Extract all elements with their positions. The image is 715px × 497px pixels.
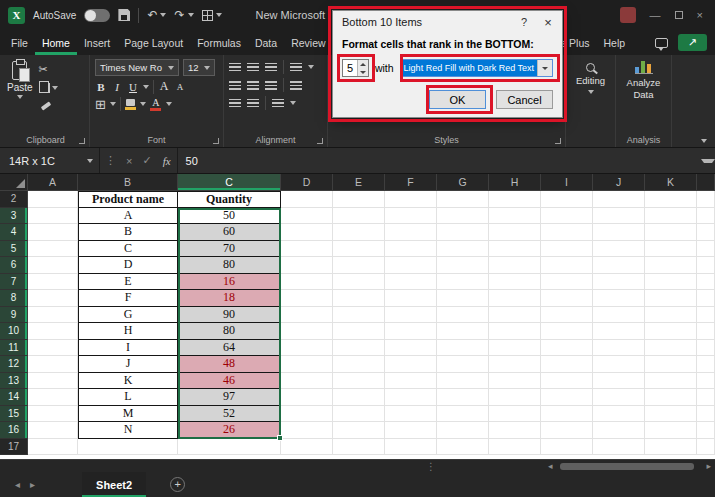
cell-E2[interactable] bbox=[333, 191, 385, 208]
cell-H11[interactable] bbox=[489, 340, 541, 357]
cell-A13[interactable] bbox=[28, 373, 78, 390]
cell-I7[interactable] bbox=[541, 274, 593, 291]
cell-H3[interactable] bbox=[489, 208, 541, 225]
autosave-toggle[interactable] bbox=[84, 9, 110, 22]
cell-F9[interactable] bbox=[385, 307, 437, 324]
redo-button[interactable]: ↷ bbox=[174, 9, 193, 21]
cell-G13[interactable] bbox=[437, 373, 489, 390]
cell-D3[interactable] bbox=[281, 208, 333, 225]
cell-H16[interactable] bbox=[489, 422, 541, 439]
cell-B16[interactable]: N bbox=[78, 422, 178, 439]
ok-button[interactable]: OK bbox=[429, 90, 486, 109]
font-name-combo[interactable]: Times New Ro bbox=[95, 59, 179, 76]
cell-I5[interactable] bbox=[541, 241, 593, 258]
cell-C11[interactable]: 64 bbox=[178, 340, 281, 357]
cell-B3[interactable]: A bbox=[78, 208, 178, 225]
align-left-icon[interactable] bbox=[229, 81, 241, 90]
cell-C17[interactable] bbox=[178, 439, 281, 456]
cell-K8[interactable] bbox=[645, 290, 697, 307]
name-box[interactable]: 14R x 1C bbox=[0, 148, 100, 173]
cell-E9[interactable] bbox=[333, 307, 385, 324]
cell-J4[interactable] bbox=[593, 224, 645, 241]
cancel-entry-icon[interactable]: × bbox=[121, 155, 137, 167]
cell-J13[interactable] bbox=[593, 373, 645, 390]
cell-F13[interactable] bbox=[385, 373, 437, 390]
row-header-2[interactable]: 2 bbox=[0, 191, 28, 208]
excel-logo-icon[interactable]: X bbox=[8, 7, 25, 24]
cell-G9[interactable] bbox=[437, 307, 489, 324]
cell-B10[interactable]: H bbox=[78, 323, 178, 340]
cell-H5[interactable] bbox=[489, 241, 541, 258]
cell-I6[interactable] bbox=[541, 257, 593, 274]
cell-G15[interactable] bbox=[437, 406, 489, 423]
cell-I12[interactable] bbox=[541, 356, 593, 373]
cell-F5[interactable] bbox=[385, 241, 437, 258]
spinner-down-button[interactable] bbox=[358, 68, 368, 76]
column-header-B[interactable]: B bbox=[78, 174, 178, 191]
select-all-corner[interactable] bbox=[0, 174, 28, 191]
cell-I10[interactable] bbox=[541, 323, 593, 340]
fill-color-button[interactable] bbox=[125, 99, 136, 110]
tab-page-layout[interactable]: Page Layout bbox=[117, 30, 190, 55]
cell-J12[interactable] bbox=[593, 356, 645, 373]
formula-input[interactable]: 50 bbox=[177, 148, 701, 173]
minimize-button[interactable]: — bbox=[650, 9, 661, 21]
column-header-I[interactable]: I bbox=[541, 174, 593, 191]
cell-B17[interactable] bbox=[78, 439, 178, 456]
editing-group[interactable]: Editing bbox=[566, 55, 616, 147]
cell-B8[interactable]: F bbox=[78, 290, 178, 307]
cell-K12[interactable] bbox=[645, 356, 697, 373]
tab-insert[interactable]: Insert bbox=[77, 30, 117, 55]
cell-F6[interactable] bbox=[385, 257, 437, 274]
cell-A4[interactable] bbox=[28, 224, 78, 241]
cell-C7[interactable]: 16 bbox=[178, 274, 281, 291]
tab-help[interactable]: Help bbox=[597, 30, 633, 55]
dialog-help-button[interactable]: ? bbox=[512, 16, 536, 28]
cell-K2[interactable] bbox=[645, 191, 697, 208]
cell-H10[interactable] bbox=[489, 323, 541, 340]
row-header-3[interactable]: 3 bbox=[0, 208, 28, 225]
cell-K3[interactable] bbox=[645, 208, 697, 225]
cell-K9[interactable] bbox=[645, 307, 697, 324]
cell-H7[interactable] bbox=[489, 274, 541, 291]
row-header-9[interactable]: 9 bbox=[0, 307, 28, 324]
cell-G4[interactable] bbox=[437, 224, 489, 241]
decrease-font-button[interactable]: A bbox=[174, 79, 186, 94]
cell-F2[interactable] bbox=[385, 191, 437, 208]
row-header-17[interactable]: 17 bbox=[0, 439, 28, 456]
cell-G14[interactable] bbox=[437, 389, 489, 406]
cell-F10[interactable] bbox=[385, 323, 437, 340]
tab-data[interactable]: Data bbox=[248, 30, 284, 55]
cell-F16[interactable] bbox=[385, 422, 437, 439]
cell-E11[interactable] bbox=[333, 340, 385, 357]
cell-H15[interactable] bbox=[489, 406, 541, 423]
copy-button[interactable] bbox=[39, 80, 58, 95]
rank-spinner[interactable]: 5 bbox=[342, 59, 369, 77]
format-dropdown-arrow-icon[interactable] bbox=[537, 60, 552, 76]
row-header-12[interactable]: 12 bbox=[0, 356, 28, 373]
sheet-tab-sheet2[interactable]: Sheet2 bbox=[82, 472, 146, 497]
cell-I4[interactable] bbox=[541, 224, 593, 241]
cell-I16[interactable] bbox=[541, 422, 593, 439]
paste-button[interactable]: Paste bbox=[7, 59, 33, 132]
cell-K6[interactable] bbox=[645, 257, 697, 274]
save-icon[interactable] bbox=[118, 9, 130, 21]
cell-C2[interactable]: Quantity bbox=[178, 191, 281, 208]
cell-C14[interactable]: 97 bbox=[178, 389, 281, 406]
collapse-ribbon-icon[interactable] bbox=[701, 139, 707, 143]
scrollbar-thumb[interactable] bbox=[560, 463, 694, 470]
alignment-dialog-launcher-icon[interactable] bbox=[317, 138, 323, 144]
cell-F4[interactable] bbox=[385, 224, 437, 241]
cell-A15[interactable] bbox=[28, 406, 78, 423]
cell-D10[interactable] bbox=[281, 323, 333, 340]
cell-G7[interactable] bbox=[437, 274, 489, 291]
cell-D15[interactable] bbox=[281, 406, 333, 423]
cut-button[interactable]: ✂ bbox=[39, 62, 58, 77]
insert-function-icon[interactable]: fx bbox=[157, 155, 177, 167]
tab-review[interactable]: Review bbox=[284, 30, 332, 55]
next-sheet-icon[interactable]: ▸ bbox=[25, 472, 40, 497]
cell-J3[interactable] bbox=[593, 208, 645, 225]
scroll-left-icon[interactable]: ◂ bbox=[548, 461, 553, 472]
cell-I3[interactable] bbox=[541, 208, 593, 225]
row-header-15[interactable]: 15 bbox=[0, 406, 28, 423]
